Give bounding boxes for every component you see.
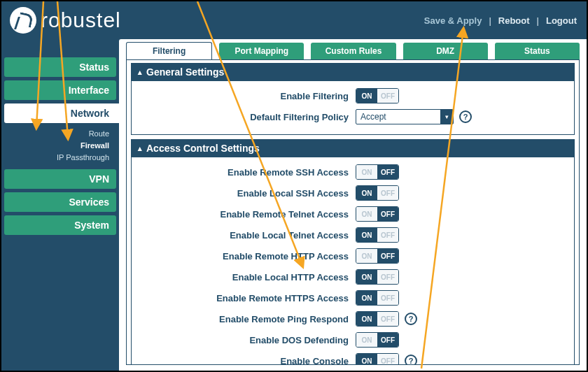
row-remote-ssh: Enable Remote SSH Access ONOFF: [139, 162, 567, 183]
toggle-on-label: ON: [356, 312, 377, 326]
sidebar-sub-ip-passthrough[interactable]: IP Passthrough: [4, 152, 109, 163]
select-value: Accept: [360, 112, 386, 122]
row-remote-ping: Enable Remote Ping Respond ONOFF?: [139, 308, 567, 329]
label: Enable Remote Telnet Access: [139, 209, 349, 220]
label: Enable Filtering: [139, 91, 349, 101]
row-remote-telnet: Enable Remote Telnet Access ONOFF: [139, 203, 567, 224]
sidebar-item-system[interactable]: System: [4, 215, 116, 235]
help-icon[interactable]: ?: [405, 355, 417, 365]
toggle-off-label: OFF: [377, 249, 398, 263]
toggle-off-label: OFF: [377, 270, 398, 284]
row-local-ssh: Enable Local SSH Access ONOFF: [139, 183, 567, 203]
section-title: Access Control Settings: [146, 143, 260, 154]
brand-logo: robustel: [10, 7, 121, 34]
toggle-remote-http[interactable]: ONOFF: [356, 248, 399, 264]
select-default-policy[interactable]: Accept ▾: [356, 109, 454, 124]
caret-down-icon: ▴: [138, 144, 142, 153]
toggle-remote-ping[interactable]: ONOFF: [356, 311, 399, 327]
section-header-acl[interactable]: ▴ Access Control Settings: [131, 139, 575, 157]
shell: Status Interface Network Route Firewall …: [1, 39, 587, 371]
section-body-acl: Enable Remote SSH Access ONOFF Enable Lo…: [131, 157, 575, 365]
toggle-off-label: OFF: [377, 207, 398, 221]
toggle-off-label: OFF: [377, 312, 398, 326]
separator: |: [537, 15, 539, 26]
sidebar-item-interface[interactable]: Interface: [4, 80, 116, 100]
toggle-on-label: ON: [356, 207, 377, 221]
toggle-off-label: OFF: [377, 186, 398, 200]
toggle-on-label: ON: [356, 354, 377, 365]
sidebar-sub-route[interactable]: Route: [4, 128, 109, 139]
save-apply-link[interactable]: Save & Apply: [424, 15, 482, 26]
help-icon[interactable]: ?: [405, 313, 417, 325]
logout-link[interactable]: Logout: [546, 15, 577, 26]
sidebar-sub-firewall[interactable]: Firewall: [4, 140, 109, 151]
sidebar-item-network[interactable]: Network: [4, 103, 119, 123]
toggle-off-label: OFF: [377, 291, 398, 305]
caret-down-icon: ▴: [138, 68, 142, 77]
logo-mark-icon: [10, 7, 36, 34]
label: Enable Remote Ping Respond: [139, 314, 349, 324]
label: Enable Local Telnet Access: [139, 230, 349, 241]
toggle-on-label: ON: [356, 333, 377, 347]
toggle-off-label: OFF: [377, 354, 398, 365]
help-icon[interactable]: ?: [459, 110, 472, 123]
label: Default Filtering Policy: [139, 112, 349, 122]
tab-status[interactable]: Status: [495, 43, 580, 59]
chevron-down-icon: ▾: [440, 110, 453, 124]
label: Enable Local SSH Access: [139, 188, 349, 199]
header: robustel Save & Apply | Reboot | Logout: [1, 1, 587, 39]
section-title: General Settings: [146, 66, 224, 78]
row-console: Enable Console ONOFF?: [139, 350, 567, 365]
sidebar: Status Interface Network Route Firewall …: [1, 39, 119, 371]
label: Enable Remote SSH Access: [139, 167, 349, 178]
row-dos: Enable DOS Defending ONOFF: [139, 329, 567, 350]
header-actions: Save & Apply | Reboot | Logout: [424, 15, 577, 26]
section-header-general[interactable]: ▴ General Settings: [131, 63, 575, 81]
sidebar-item-services[interactable]: Services: [4, 192, 116, 212]
toggle-off-label: OFF: [377, 333, 398, 347]
row-local-http: Enable Local HTTP Access ONOFF: [139, 266, 567, 287]
label: Enable Local HTTP Access: [139, 272, 349, 282]
toggle-on-label: ON: [356, 165, 377, 179]
toggle-on-label: ON: [356, 270, 377, 284]
separator: |: [489, 15, 491, 26]
toggle-remote-https[interactable]: ONOFF: [356, 290, 399, 306]
row-enable-filtering: Enable Filtering ON OFF: [139, 85, 567, 106]
main: Filtering Port Mapping Custom Rules DMZ …: [119, 39, 587, 371]
toggle-console[interactable]: ONOFF: [356, 353, 399, 365]
toggle-on-label: ON: [356, 228, 377, 242]
toggle-off-label: OFF: [377, 89, 398, 103]
toggle-on-label: ON: [356, 249, 377, 263]
row-remote-http: Enable Remote HTTP Access ONOFF: [139, 245, 567, 266]
toggle-off-label: OFF: [377, 228, 398, 242]
toggle-enable-filtering[interactable]: ON OFF: [356, 88, 399, 103]
toggle-dos[interactable]: ONOFF: [356, 332, 399, 348]
section-body-general: Enable Filtering ON OFF Default Filterin…: [131, 81, 575, 135]
tab-port-mapping[interactable]: Port Mapping: [219, 43, 304, 59]
label: Enable DOS Defending: [139, 335, 349, 345]
reboot-link[interactable]: Reboot: [498, 15, 530, 26]
row-remote-https: Enable Remote HTTPS Access ONOFF: [139, 287, 567, 308]
toggle-on-label: ON: [356, 186, 377, 200]
label: Enable Console: [139, 356, 349, 366]
toggle-off-label: OFF: [377, 165, 398, 179]
row-default-policy: Default Filtering Policy Accept ▾ ?: [139, 106, 567, 127]
tab-custom-rules[interactable]: Custom Rules: [311, 43, 396, 59]
toggle-local-ssh[interactable]: ONOFF: [356, 185, 399, 201]
toggle-local-telnet[interactable]: ONOFF: [356, 227, 399, 243]
sidebar-item-vpn[interactable]: VPN: [4, 169, 116, 189]
tab-dmz[interactable]: DMZ: [403, 43, 488, 59]
brand-text: robustel: [41, 8, 121, 32]
label: Enable Remote HTTP Access: [139, 251, 349, 262]
label: Enable Remote HTTPS Access: [139, 293, 349, 303]
toggle-on-label: ON: [356, 291, 377, 305]
toggle-remote-telnet[interactable]: ONOFF: [356, 206, 399, 222]
toggle-local-http[interactable]: ONOFF: [356, 269, 399, 285]
sidebar-sub-items: Route Firewall IP Passthrough: [4, 127, 116, 166]
tabs: Filtering Port Mapping Custom Rules DMZ …: [119, 39, 587, 59]
toggle-on-label: ON: [356, 89, 377, 103]
tab-filtering[interactable]: Filtering: [126, 42, 212, 59]
toggle-remote-ssh[interactable]: ONOFF: [356, 164, 399, 180]
sidebar-item-status[interactable]: Status: [4, 57, 116, 77]
row-local-telnet: Enable Local Telnet Access ONOFF: [139, 224, 567, 245]
